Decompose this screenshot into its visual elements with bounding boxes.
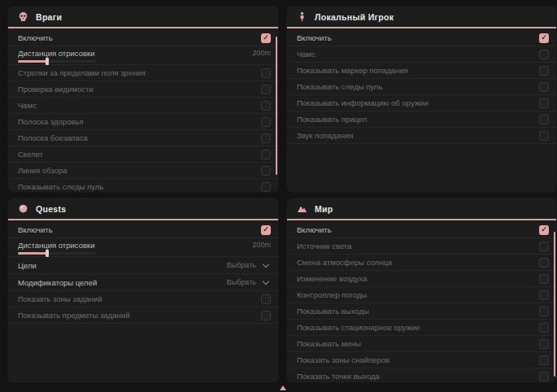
toggle-row[interactable]: Показать зоны снайперов: [287, 352, 556, 368]
toggle-row[interactable]: Источник света: [287, 238, 556, 255]
checkbox-unchecked[interactable]: [539, 372, 549, 381]
toggle-row[interactable]: Стрелки за пределами поля зрения: [8, 65, 278, 81]
toggle-row[interactable]: Показывать информацию об оружии: [287, 95, 556, 111]
row-label: Скелет: [18, 150, 261, 159]
toggle-row[interactable]: Полоска здоровья: [8, 114, 278, 130]
slider-track[interactable]: [18, 252, 96, 255]
slider-fill: [18, 60, 47, 63]
toggle-row[interactable]: Показывать маркер попадания: [287, 63, 556, 79]
row-label: Дистанция отрисовки: [18, 49, 252, 58]
toggle-row[interactable]: Изменение воздуха: [287, 271, 556, 287]
slider-value: 200m: [252, 49, 271, 57]
toggle-row[interactable]: Включить✓: [8, 222, 278, 238]
checkbox-checked[interactable]: ✓: [261, 33, 271, 43]
checkbox-unchecked[interactable]: [539, 50, 549, 59]
toggle-row[interactable]: Показывать стационарное оружие: [287, 320, 556, 336]
toggle-row[interactable]: Смена атмосферы солнца: [287, 255, 556, 271]
scrollbar-thumb[interactable]: [276, 37, 277, 175]
checkbox-unchecked[interactable]: [539, 274, 549, 284]
checkbox-unchecked[interactable]: [539, 242, 549, 251]
checkbox-unchecked[interactable]: [261, 311, 271, 320]
row-label: Проверка видимости: [18, 85, 261, 94]
slider-track[interactable]: [18, 60, 96, 63]
slider-thumb[interactable]: [46, 250, 49, 257]
checkbox-unchecked[interactable]: [539, 258, 549, 268]
row-label: Показывать следы пуль: [18, 182, 261, 191]
orb-icon: [18, 203, 28, 214]
checkbox-unchecked[interactable]: [261, 101, 271, 111]
panel-header-local-player[interactable]: Локальный Игрок: [287, 7, 556, 28]
panel-header-enemies[interactable]: Враги: [8, 7, 278, 28]
toggle-row[interactable]: Звук попадания: [287, 128, 556, 144]
checkbox-unchecked[interactable]: [539, 339, 549, 349]
select-row[interactable]: ЦелиВыбрать: [8, 257, 278, 274]
toggle-row[interactable]: Показывать мины: [287, 336, 556, 352]
toggle-row[interactable]: Включить✓: [287, 30, 556, 46]
checkbox-unchecked[interactable]: [539, 115, 549, 124]
checkbox-unchecked[interactable]: [539, 131, 549, 141]
toggle-row[interactable]: Показать точки выхода: [287, 368, 556, 382]
panel-title: Quests: [36, 204, 66, 214]
toggle-row[interactable]: Включить✓: [8, 30, 278, 46]
row-label: Включить: [297, 225, 539, 234]
toggle-row[interactable]: Линия обзора: [8, 163, 278, 179]
checkbox-unchecked[interactable]: [539, 355, 549, 365]
slider-row-header: Дистанция отрисовки200m: [18, 241, 271, 250]
rows-quests: Включить✓Дистанция отрисовки200mЦелиВыбр…: [8, 220, 278, 324]
checkbox-unchecked[interactable]: [539, 66, 549, 76]
select-value[interactable]: Выбрать: [227, 278, 256, 286]
toggle-row[interactable]: Показывать прицел: [287, 111, 556, 128]
row-label: Модификаторы целей: [18, 278, 227, 287]
toggle-row[interactable]: Показывать выходы: [287, 303, 556, 320]
checkbox-unchecked[interactable]: [261, 85, 271, 94]
slider-row[interactable]: Дистанция отрисовки200m: [8, 238, 278, 257]
panel-header-world[interactable]: Мир: [287, 198, 556, 220]
checkmark-icon: ✓: [263, 34, 269, 41]
toggle-row[interactable]: Скелет: [8, 146, 278, 163]
checkbox-unchecked[interactable]: [539, 323, 549, 333]
checkbox-unchecked[interactable]: [261, 166, 271, 176]
scrollbar-thumb[interactable]: [554, 232, 555, 377]
panel-header-quests[interactable]: Quests: [8, 198, 278, 220]
toggle-row[interactable]: Показывать следы пуль: [8, 179, 278, 192]
checkmark-icon: ✓: [541, 226, 547, 233]
slider-row[interactable]: Дистанция отрисовки200m: [8, 46, 278, 65]
toggle-row[interactable]: Чамс: [8, 98, 278, 114]
chevron-down-icon[interactable]: [263, 277, 269, 284]
checkbox-unchecked[interactable]: [539, 82, 549, 92]
checkbox-unchecked[interactable]: [261, 117, 271, 127]
checkbox-unchecked[interactable]: [261, 294, 271, 304]
checkmark-icon: ✓: [263, 226, 269, 233]
row-label: Показывать информацию об оружии: [297, 98, 539, 107]
toggle-row[interactable]: Включить✓: [287, 222, 556, 238]
row-label: Чамс: [18, 101, 261, 110]
slider-thumb[interactable]: [46, 58, 49, 65]
rows-world: Включить✓Источник светаСмена атмосферы с…: [287, 220, 556, 382]
checkbox-checked[interactable]: ✓: [261, 225, 271, 235]
checkbox-unchecked[interactable]: [539, 290, 549, 300]
toggle-row[interactable]: Контроллер погоды: [287, 287, 556, 303]
checkbox-unchecked[interactable]: [261, 133, 271, 143]
chevron-down-icon[interactable]: [263, 260, 269, 267]
select-row[interactable]: Модификаторы целейВыбрать: [8, 274, 278, 291]
checkbox-unchecked[interactable]: [261, 150, 271, 159]
row-label: Включить: [18, 33, 261, 42]
row-label: Показывать выходы: [297, 307, 539, 316]
toggle-row[interactable]: Чамс: [287, 46, 556, 63]
toggle-row[interactable]: Проверка видимости: [8, 81, 278, 98]
checkbox-checked[interactable]: ✓: [539, 33, 549, 43]
toggle-row[interactable]: Показывать следы пуль: [287, 79, 556, 95]
panel-enemies: ВрагиВключить✓Дистанция отрисовки200mСтр…: [8, 7, 278, 192]
toggle-row[interactable]: Полоска боезапаса: [8, 130, 278, 146]
checkbox-unchecked[interactable]: [261, 68, 271, 78]
row-label: Показывать маркер попадания: [297, 66, 539, 75]
checkbox-unchecked[interactable]: [539, 98, 549, 108]
checkbox-unchecked[interactable]: [261, 182, 271, 192]
checkbox-unchecked[interactable]: [539, 307, 549, 316]
toggle-row[interactable]: Показать зоны заданий: [8, 291, 278, 307]
toggle-row[interactable]: Показывать предметы заданий: [8, 307, 278, 324]
checkbox-checked[interactable]: ✓: [539, 225, 549, 235]
select-value[interactable]: Выбрать: [227, 261, 256, 269]
panel-title: Враги: [36, 12, 62, 22]
panel-quests: QuestsВключить✓Дистанция отрисовки200mЦе…: [8, 198, 278, 382]
